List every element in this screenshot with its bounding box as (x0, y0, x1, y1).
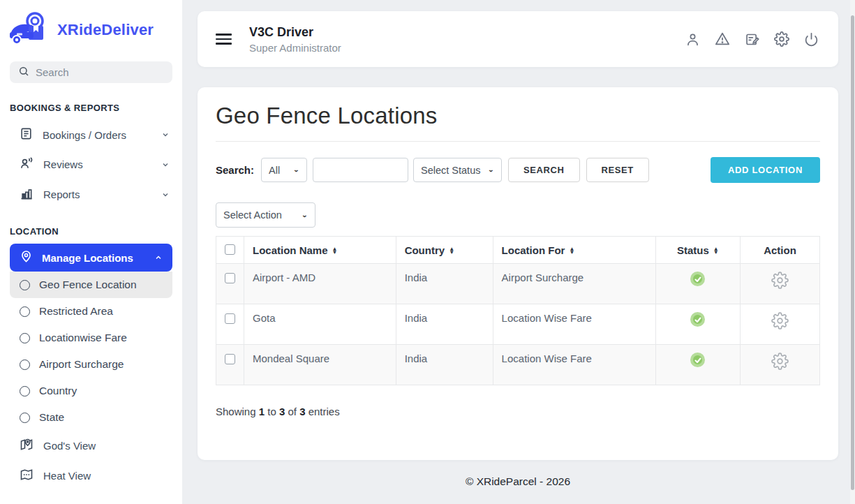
sidebar-item-heat-view[interactable]: Heat View (0, 461, 182, 491)
section-location: LOCATION (0, 209, 182, 244)
sidebar-item-reports[interactable]: Reports (0, 179, 182, 209)
sidebar-item-label: Manage Locations (42, 252, 133, 264)
row-settings-gear-icon[interactable] (771, 312, 789, 329)
circle-icon (20, 306, 30, 317)
page-title: Geo Fence Locations (216, 103, 820, 129)
status-select[interactable]: Select Status ⌄ (413, 158, 502, 182)
row-checkbox[interactable] (225, 354, 235, 364)
section-bookings-reports: BOOKINGS & REPORTS (0, 86, 182, 120)
page-scrollbar[interactable] (850, 0, 855, 504)
chevron-down-icon: ⌄ (293, 166, 299, 173)
sidebar-item-restricted-area[interactable]: Restricted Area (10, 298, 172, 325)
sort-icon: ▲▼ (449, 248, 454, 255)
status-active-icon[interactable] (690, 272, 705, 286)
chevron-down-icon (161, 131, 170, 139)
manage-locations-group: Manage Locations Geo Fence Location Rest… (10, 244, 172, 431)
table-header-row: Location Name▲▼ Country▲▼ Location For▲▼… (216, 237, 820, 264)
search-scope-select[interactable]: All ⌄ (261, 158, 307, 182)
locations-table: Location Name▲▼ Country▲▼ Location For▲▼… (216, 236, 820, 385)
cell-location-name: Mondeal Square (244, 345, 396, 385)
chevron-down-icon: ⌄ (302, 212, 308, 218)
sort-icon: ▲▼ (332, 248, 338, 255)
entries-from: 1 (259, 406, 265, 417)
sort-icon: ▲▼ (713, 248, 719, 255)
brand-name: XRideDeliver (57, 21, 154, 39)
row-settings-gear-icon[interactable] (771, 353, 789, 370)
bulk-action-row: Select Action ⌄ (216, 202, 820, 228)
sidebar-search[interactable] (10, 61, 172, 83)
power-icon[interactable] (803, 32, 820, 47)
sidebar-item-geo-fence-location[interactable]: Geo Fence Location (10, 272, 172, 298)
chevron-down-icon (161, 161, 170, 169)
reset-button[interactable]: RESET (586, 158, 649, 182)
app-title: V3C Driver (249, 25, 341, 40)
select-value: All (269, 165, 280, 176)
sidebar-item-label: Reports (43, 188, 80, 200)
add-location-button[interactable]: ADD LOCATION (711, 157, 820, 183)
sidebar-item-label: Heat View (43, 470, 91, 482)
chevron-down-icon: ⌄ (488, 166, 494, 173)
column-header-location-name[interactable]: Location Name▲▼ (244, 237, 396, 264)
alert-triangle-icon[interactable] (713, 31, 731, 47)
column-header-country[interactable]: Country▲▼ (396, 237, 493, 264)
header-titles: V3C Driver Super Administrator (249, 25, 341, 54)
map-pin-view-icon (20, 438, 34, 454)
entries-summary: Showing 1 to 3 of 3 entries (216, 406, 820, 417)
title-divider (216, 141, 820, 142)
sidebar-item-gods-view[interactable]: God's View (0, 431, 182, 461)
sidebar-item-locationwise-fare[interactable]: Locationwise Fare (10, 325, 172, 351)
cell-country: India (396, 264, 493, 304)
circle-icon (20, 333, 30, 343)
map-dashed-icon (20, 468, 34, 484)
person-voice-icon (20, 156, 34, 172)
row-settings-gear-icon[interactable] (771, 272, 789, 289)
select-value: Select Action (223, 209, 282, 221)
sidebar-item-state[interactable]: State (10, 404, 172, 431)
select-all-checkbox[interactable] (225, 244, 235, 255)
sidebar-search-input[interactable] (36, 66, 154, 78)
chevron-down-icon (161, 191, 170, 199)
user-role: Super Administrator (249, 42, 341, 54)
sidebar: XRideDeliver BOOKINGS & REPORTS Bookings… (0, 0, 182, 504)
sort-icon: ▲▼ (569, 248, 574, 255)
cell-location-name: Gota (244, 304, 396, 345)
circle-icon (20, 360, 30, 370)
status-active-icon[interactable] (690, 312, 705, 327)
top-header: V3C Driver Super Administrator (198, 11, 838, 67)
hamburger-menu-icon[interactable] (216, 31, 232, 47)
edit-note-icon[interactable] (743, 32, 761, 47)
row-checkbox[interactable] (225, 273, 235, 283)
bulk-action-select[interactable]: Select Action ⌄ (216, 202, 315, 228)
search-button[interactable]: SEARCH (508, 158, 580, 182)
sidebar-item-label: Airport Surcharge (39, 358, 124, 371)
header-icon-group (684, 31, 820, 47)
search-keyword-input[interactable] (313, 158, 408, 182)
column-header-location-for[interactable]: Location For▲▼ (493, 237, 655, 264)
sidebar-item-manage-locations[interactable]: Manage Locations (10, 244, 172, 272)
cell-country: India (396, 345, 493, 385)
status-active-icon[interactable] (690, 353, 705, 367)
chevron-up-icon (154, 253, 163, 262)
sidebar-item-reviews[interactable]: Reviews (0, 149, 182, 179)
gear-icon[interactable] (773, 31, 791, 47)
app-root: XRideDeliver BOOKINGS & REPORTS Bookings… (0, 0, 855, 504)
user-icon[interactable] (684, 32, 701, 47)
brand-logo[interactable]: XRideDeliver (0, 0, 182, 54)
sidebar-item-label: Restricted Area (39, 305, 113, 318)
sidebar-item-label: Locationwise Fare (39, 332, 127, 344)
circle-icon (20, 413, 30, 423)
sidebar-item-country[interactable]: Country (10, 378, 172, 404)
table-row: Airport - AMD India Airport Surcharge (216, 264, 820, 304)
sidebar-item-label: Geo Fence Location (39, 279, 137, 291)
column-header-status[interactable]: Status▲▼ (655, 237, 740, 264)
circle-icon (20, 386, 30, 396)
sidebar-item-bookings-orders[interactable]: Bookings / Orders (0, 120, 182, 149)
row-checkbox[interactable] (225, 313, 235, 324)
select-value: Select Status (421, 165, 480, 176)
sidebar-item-airport-surcharge[interactable]: Airport Surcharge (10, 351, 172, 378)
sidebar-item-label: Bookings / Orders (43, 129, 126, 141)
table-row: Gota India Location Wise Fare (216, 304, 820, 345)
table-row: Mondeal Square India Location Wise Fare (216, 345, 820, 385)
scrollbar-thumb[interactable] (851, 15, 854, 490)
circle-icon (20, 280, 30, 290)
